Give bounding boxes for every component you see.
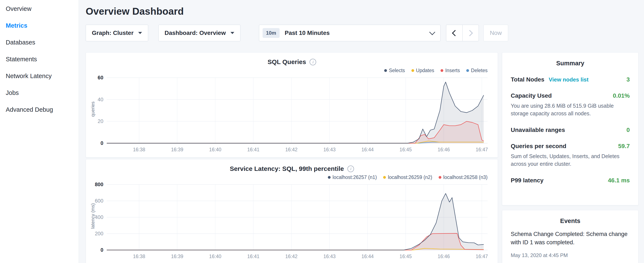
svg-text:16:42: 16:42 xyxy=(285,254,298,259)
stat-value: 59.7 xyxy=(618,143,630,150)
sidebar-item-overview[interactable]: Overview xyxy=(0,1,79,17)
legend-item[interactable]: localhost:26258 (n3) xyxy=(438,174,488,180)
legend-dot-icon xyxy=(440,69,443,72)
svg-text:60: 60 xyxy=(98,75,103,80)
legend-dot-icon xyxy=(466,69,469,72)
service-latency-chart-card: Service Latency: SQL, 99th percentile lo… xyxy=(86,159,498,263)
stat-capacity-used: Capacity Used 0.01% You are using 28.6 M… xyxy=(511,92,630,117)
svg-text:16:47: 16:47 xyxy=(476,147,488,152)
events-heading: Events xyxy=(511,217,630,224)
stat-value: 0.01% xyxy=(613,92,630,99)
legend-dot-icon xyxy=(328,176,330,179)
stat-label: Total Nodes xyxy=(511,76,544,83)
time-step-back-button[interactable] xyxy=(446,25,462,41)
svg-text:16:45: 16:45 xyxy=(400,254,412,259)
controls-bar: Graph: Cluster Dashboard: Overview 10m P… xyxy=(86,25,638,41)
time-window-dropdown[interactable]: 10m Past 10 Minutes xyxy=(259,25,440,41)
svg-text:20: 20 xyxy=(98,118,103,124)
chart-svg: 16:3816:3916:4016:4116:4216:4316:4416:45… xyxy=(86,75,498,154)
svg-text:16:39: 16:39 xyxy=(171,254,184,259)
time-step-forward-button[interactable] xyxy=(462,25,479,41)
stat-description: Sum of Selects, Updates, Inserts, and De… xyxy=(511,153,626,168)
stat-queries-per-second: Queries per second 59.7 Sum of Selects, … xyxy=(511,143,630,168)
now-button[interactable]: Now xyxy=(484,25,508,41)
legend-dot-icon xyxy=(412,69,414,72)
stat-label: P99 latency xyxy=(511,177,544,184)
sidebar-item-databases[interactable]: Databases xyxy=(0,34,79,51)
svg-text:16:45: 16:45 xyxy=(400,147,412,152)
stat-value: 3 xyxy=(626,76,630,83)
svg-text:200: 200 xyxy=(95,231,103,236)
svg-text:16:39: 16:39 xyxy=(171,147,184,152)
svg-text:40: 40 xyxy=(98,97,103,102)
chevron-down-icon xyxy=(138,32,142,34)
svg-text:16:38: 16:38 xyxy=(133,147,145,152)
legend-dot-icon xyxy=(383,176,386,179)
info-icon[interactable] xyxy=(348,166,354,172)
legend-item[interactable]: Updates xyxy=(412,68,434,73)
service-latency-chart[interactable]: latency (ms) 16:3816:3916:4016:4116:4216… xyxy=(86,182,498,261)
svg-text:16:43: 16:43 xyxy=(324,254,336,259)
chart-legend: SelectsUpdatesInsertsDeletes xyxy=(86,67,498,74)
stat-p99-latency: P99 latency 46.1 ms xyxy=(511,177,630,184)
page-title: Overview Dashboard xyxy=(86,6,638,17)
chart-legend: localhost:26257 (n1)localhost:26259 (n2)… xyxy=(86,173,498,181)
svg-text:0: 0 xyxy=(100,140,103,146)
svg-text:16:41: 16:41 xyxy=(247,147,260,152)
summary-card: Summary Total Nodes View nodes list 3 Ca… xyxy=(502,52,638,205)
time-window-badge: 10m xyxy=(262,28,280,38)
dashboard-content: SQL Queries SelectsUpdatesInsertsDeletes… xyxy=(86,52,638,263)
stat-label: Capacity Used xyxy=(511,92,552,99)
graph-scope-label: Graph: Cluster xyxy=(92,30,134,36)
legend-item[interactable]: localhost:26259 (n2) xyxy=(383,174,432,180)
sidebar-item-advanced-debug[interactable]: Advanced Debug xyxy=(0,101,79,118)
stat-unavailable-ranges: Unavailable ranges 0 xyxy=(511,127,630,133)
time-step-buttons xyxy=(446,25,479,41)
svg-text:16:42: 16:42 xyxy=(285,147,298,152)
chevron-down-icon xyxy=(429,29,435,35)
legend-item[interactable]: Inserts xyxy=(440,68,460,73)
svg-text:16:40: 16:40 xyxy=(209,147,222,152)
svg-text:16:43: 16:43 xyxy=(324,147,336,152)
chevron-right-icon xyxy=(467,30,473,36)
stat-total-nodes: Total Nodes View nodes list 3 xyxy=(511,76,630,83)
legend-dot-icon xyxy=(384,69,387,72)
view-nodes-list-link[interactable]: View nodes list xyxy=(549,76,588,83)
stat-label: Unavailable ranges xyxy=(511,127,565,133)
chart-title-service-latency: Service Latency: SQL, 99th percentile xyxy=(230,165,344,172)
chevron-left-icon xyxy=(452,30,458,36)
sql-queries-chart[interactable]: queries 16:3816:3916:4016:4116:4216:4316… xyxy=(86,75,498,154)
charts-column: SQL Queries SelectsUpdatesInsertsDeletes… xyxy=(86,52,498,263)
legend-dot-icon xyxy=(438,176,442,179)
svg-text:600: 600 xyxy=(95,198,103,204)
legend-item[interactable]: Deletes xyxy=(466,68,488,73)
legend-item[interactable]: localhost:26257 (n1) xyxy=(328,174,377,180)
stat-value: 0 xyxy=(626,127,630,133)
event-text: Schema Change Completed: Schema change w… xyxy=(511,230,630,247)
svg-text:400: 400 xyxy=(95,214,103,220)
legend-item[interactable]: Selects xyxy=(384,68,405,73)
chevron-down-icon xyxy=(230,32,234,34)
stat-value: 46.1 ms xyxy=(608,177,630,184)
summary-heading: Summary xyxy=(511,60,630,67)
svg-text:800: 800 xyxy=(95,182,103,187)
stat-label: Queries per second xyxy=(511,143,566,150)
main-content: Overview Dashboard Graph: Cluster Dashbo… xyxy=(79,0,644,263)
sidebar-item-jobs[interactable]: Jobs xyxy=(0,85,79,101)
dashboard-dropdown[interactable]: Dashboard: Overview xyxy=(158,25,240,41)
chart-svg: 16:3816:3916:4016:4116:4216:4316:4416:45… xyxy=(86,182,498,261)
graph-scope-dropdown[interactable]: Graph: Cluster xyxy=(86,25,148,41)
stat-description: You are using 28.6 MiB of 515.9 GiB usab… xyxy=(511,102,626,117)
dashboard-label: Dashboard: Overview xyxy=(164,30,226,36)
sidebar-item-network-latency[interactable]: Network Latency xyxy=(0,68,79,85)
time-window-label: Past 10 Minutes xyxy=(285,30,430,36)
info-icon[interactable] xyxy=(310,59,316,65)
svg-text:0: 0 xyxy=(100,247,103,253)
svg-text:16:40: 16:40 xyxy=(209,254,222,259)
sidebar: Overview Metrics Databases Statements Ne… xyxy=(0,0,79,263)
sidebar-item-metrics[interactable]: Metrics xyxy=(0,17,79,34)
y-axis-label: latency (ms) xyxy=(90,203,96,229)
sql-queries-chart-card: SQL Queries SelectsUpdatesInsertsDeletes… xyxy=(86,52,498,157)
svg-text:16:38: 16:38 xyxy=(133,254,145,259)
sidebar-item-statements[interactable]: Statements xyxy=(0,51,79,68)
